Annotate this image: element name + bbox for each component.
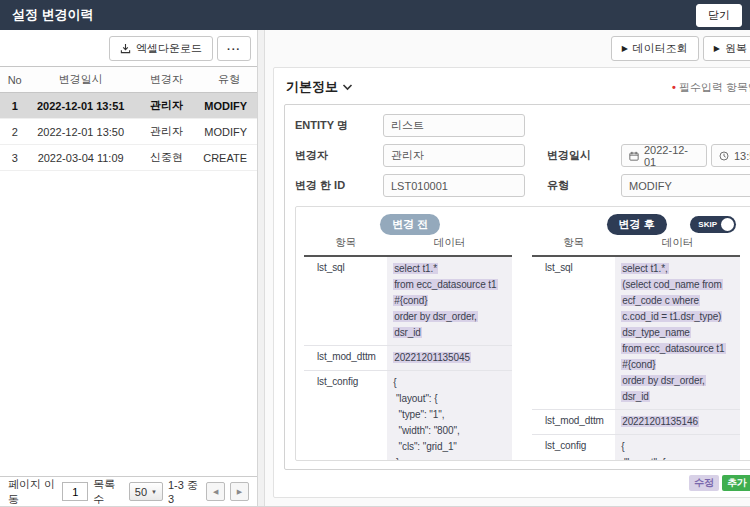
column-header[interactable]: 유형: [201, 67, 257, 93]
page-input[interactable]: [62, 482, 88, 501]
diff-item-data: 20221201135146: [615, 410, 740, 434]
date-field[interactable]: 2022-12-01: [621, 144, 707, 167]
time-field[interactable]: 13:51: [711, 144, 750, 167]
table-cell: 신중현: [132, 145, 201, 171]
form-row-changer: 변경자 변경일시 2022-12-01: [295, 144, 750, 167]
chevron-down-icon[interactable]: [342, 83, 353, 91]
datetime-label: 변경일시: [547, 148, 621, 163]
table-row[interactable]: 12022-12-01 13:51관리자MODIFY: [0, 93, 257, 119]
app-window: 설정 변경이력 닫기 엑셀다운로드 ··· No변경일시변경자유형 12022-…: [0, 0, 750, 507]
type-input[interactable]: [621, 174, 750, 197]
data-query-button[interactable]: ▶ 데이터조회: [611, 36, 699, 61]
prev-page-button[interactable]: ◀: [206, 482, 225, 501]
diff-item-data: { "layout": { "type": "1", "width": "800…: [615, 435, 740, 460]
title-bar: 설정 변경이력 닫기: [0, 0, 750, 30]
diff-item-name: lst_sql: [532, 257, 615, 409]
diff-table-header: 항목 데이터: [304, 236, 512, 257]
diff-table-before: 항목 데이터 lst_sqlselect t1.*from ecc_dataso…: [304, 236, 512, 460]
diff-item-name: lst_config: [532, 435, 615, 460]
per-page-label: 목록 수: [93, 477, 124, 507]
diff-item-data: { "layout": { "type": "1", "width": "800…: [387, 371, 512, 460]
table-row[interactable]: 32022-03-04 11:09신중현CREATE: [0, 145, 257, 171]
entity-label: ENTITY 명: [295, 118, 383, 133]
diff-row: lst_config{ "layout": { "type": "1", "wi…: [304, 371, 512, 460]
play-icon: ▶: [714, 44, 720, 53]
entity-input[interactable]: [383, 114, 525, 137]
left-toolbar: 엑셀다운로드 ···: [0, 30, 257, 66]
diff-row: lst_sqlselect t1.*from ecc_datasource t1…: [304, 257, 512, 346]
play-icon: ▶: [622, 44, 628, 53]
basic-info-box: ENTITY 명 변경자 변경일시 2022-12-01: [284, 104, 750, 470]
main-body: 엑셀다운로드 ··· No변경일시변경자유형 12022-12-01 13:51…: [0, 30, 750, 506]
table-cell: 관리자: [132, 119, 201, 145]
table-cell: 관리자: [132, 93, 201, 119]
close-button[interactable]: 닫기: [696, 4, 742, 27]
card-header: 기본정보 •필수입력 항목입니다.: [284, 76, 750, 104]
diff-row: lst_mod_dttm20221201135045: [304, 346, 512, 371]
panel-splitter[interactable]: [258, 30, 265, 506]
after-badge: 변경 후: [607, 214, 667, 235]
required-dot-icon: •: [672, 81, 676, 93]
history-list-panel: 엑셀다운로드 ··· No변경일시변경자유형 12022-12-01 13:51…: [0, 30, 258, 506]
table-cell: 3: [0, 145, 29, 171]
table-row[interactable]: 22022-12-01 13:50관리자MODIFY: [0, 119, 257, 145]
diff-badges-row: 변경 전 변경 후 SKIP: [304, 214, 750, 236]
table-cell: 2022-12-01 13:50: [29, 119, 131, 145]
detail-panel: ▶ 데이터조회 ▶ 원복 ··· 기본정보 •필수입력 항목입니다.: [265, 30, 750, 506]
page-title: 설정 변경이력: [12, 6, 94, 24]
date-value: 2022-12-01: [644, 144, 699, 168]
right-toolbar: ▶ 데이터조회 ▶ 원복 ···: [265, 30, 750, 66]
section-title: 기본정보: [286, 78, 338, 96]
column-header[interactable]: 변경자: [132, 67, 201, 93]
range-text: 1-3 중 3: [168, 478, 201, 505]
column-header-data: 데이터: [387, 236, 512, 250]
table-cell: 2022-03-04 11:09: [29, 145, 131, 171]
diff-item-data: 20221201135045: [387, 346, 512, 370]
required-note-text: 필수입력 항목입니다.: [679, 81, 750, 93]
form-row-changed-id: 변경 한 ID 유형: [295, 174, 750, 197]
per-page-value: 50: [135, 486, 147, 498]
diff-item-name: lst_mod_dttm: [304, 346, 387, 370]
chevron-down-icon: ▼: [151, 489, 157, 495]
column-header-item: 항목: [304, 236, 387, 250]
page-goto-label: 페이지 이동: [8, 477, 57, 507]
pagination-bar: 페이지 이동 목록 수 50 ▼ 1-3 중 3 ◀ ▶: [0, 476, 257, 506]
changed-id-input[interactable]: [383, 174, 525, 197]
diff-viewer: 변경 전 변경 후 SKIP 항목 데이터: [295, 206, 750, 461]
legend-badge-modify: 수정: [689, 475, 719, 491]
table-cell: MODIFY: [201, 119, 257, 145]
restore-label: 원복: [725, 41, 747, 56]
diff-row: lst_config{ "layout": { "type": "1", "wi…: [532, 435, 740, 460]
table-cell: MODIFY: [201, 93, 257, 119]
column-header[interactable]: 변경일시: [29, 67, 131, 93]
history-table-header-row: No변경일시변경자유형: [0, 67, 257, 93]
table-cell: 2: [0, 119, 29, 145]
per-page-select[interactable]: 50 ▼: [129, 482, 163, 501]
diff-tables: 항목 데이터 lst_sqlselect t1.*from ecc_dataso…: [304, 236, 750, 460]
diff-item-name: lst_sql: [304, 257, 387, 345]
changer-label: 변경자: [295, 148, 383, 163]
diff-legend: 수정추가삭제: [284, 470, 750, 493]
changed-id-label: 변경 한 ID: [295, 178, 383, 193]
history-table: No변경일시변경자유형 12022-12-01 13:51관리자MODIFY22…: [0, 66, 257, 171]
left-more-button[interactable]: ···: [217, 36, 251, 61]
column-header[interactable]: No: [0, 67, 29, 93]
before-badge: 변경 전: [380, 214, 440, 235]
next-page-button[interactable]: ▶: [230, 482, 249, 501]
skip-toggle[interactable]: SKIP: [690, 216, 736, 233]
diff-table-header: 항목 데이터: [532, 236, 740, 257]
diff-table-after: 항목 데이터 lst_sqlselect t1.*,(select cod_na…: [532, 236, 740, 460]
toggle-knob: [721, 218, 734, 231]
required-note: •필수입력 항목입니다.: [672, 80, 750, 95]
legend-badge-add: 추가: [722, 475, 750, 491]
time-value: 13:51: [734, 150, 750, 162]
type-label: 유형: [547, 178, 621, 193]
diff-item-name: lst_config: [304, 371, 387, 460]
diff-row: lst_sqlselect t1.*,(select cod_name from…: [532, 257, 740, 410]
table-cell: CREATE: [201, 145, 257, 171]
changer-input[interactable]: [383, 144, 525, 167]
excel-download-button[interactable]: 엑셀다운로드: [109, 36, 213, 61]
restore-button[interactable]: ▶ 원복: [703, 36, 750, 61]
diff-item-data: select t1.*,(select cod_name fromecf_cod…: [615, 257, 740, 409]
data-query-label: 데이터조회: [633, 41, 688, 56]
